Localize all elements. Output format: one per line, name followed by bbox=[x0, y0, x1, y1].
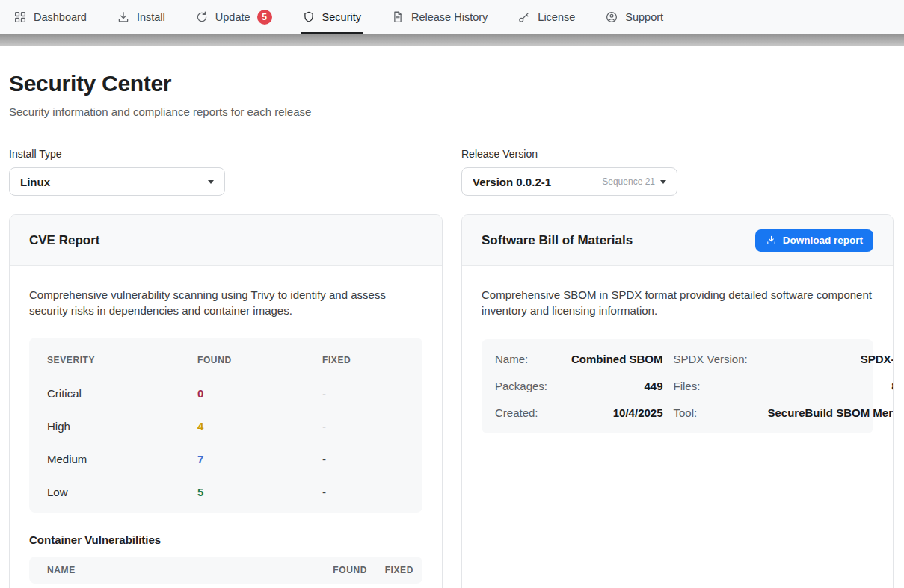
nav-item-dashboard[interactable]: Dashboard bbox=[13, 0, 87, 34]
scroll-shadow-band bbox=[0, 34, 904, 46]
nav-item-update[interactable]: Update 5 bbox=[195, 0, 272, 34]
download-report-button[interactable]: Download report bbox=[755, 229, 873, 252]
sbom-info-label: Files: bbox=[674, 373, 757, 400]
page-subtitle: Security information and compliance repo… bbox=[9, 105, 894, 118]
update-count-badge: 5 bbox=[257, 10, 272, 25]
fixed-count: - bbox=[322, 486, 405, 498]
nav-label: Release History bbox=[411, 11, 488, 23]
sbom-info-label: SPDX Version: bbox=[674, 346, 757, 373]
download-icon bbox=[117, 10, 130, 24]
nav-label: Support bbox=[625, 11, 663, 23]
shield-icon bbox=[302, 10, 316, 24]
release-version-value: Version 0.0.2-1 bbox=[473, 176, 551, 188]
fixed-count: - bbox=[322, 453, 405, 465]
found-count: 7 bbox=[197, 453, 322, 465]
nav-label: Install bbox=[137, 11, 165, 23]
dashboard-grid-icon bbox=[13, 10, 27, 24]
nav-item-install[interactable]: Install bbox=[117, 0, 165, 34]
severity-label: Medium bbox=[47, 453, 197, 465]
nav-label: Security bbox=[322, 11, 361, 23]
nav-label: License bbox=[538, 11, 575, 23]
severity-col-header: Severity bbox=[47, 355, 197, 365]
sbom-info-value: Combined SBOM bbox=[571, 346, 663, 373]
sbom-info-label: Created: bbox=[495, 400, 561, 427]
table-row: Low 5 - bbox=[29, 475, 422, 508]
name-col-header: Name bbox=[47, 565, 300, 575]
fixed-count: - bbox=[322, 420, 405, 433]
sbom-card: Software Bill of Materials Download repo… bbox=[461, 214, 894, 588]
table-row: Medium 7 - bbox=[29, 442, 422, 475]
nav-item-security[interactable]: Security bbox=[302, 0, 361, 34]
table-row: Critical 0 - bbox=[29, 377, 422, 409]
top-navbar: Dashboard Install Update 5 Security Rele… bbox=[0, 0, 904, 34]
found-count: 4 bbox=[197, 420, 322, 433]
page-title: Security Center bbox=[9, 71, 894, 96]
support-icon bbox=[605, 10, 618, 24]
chevron-down-icon bbox=[208, 180, 214, 184]
sbom-info-label: Packages: bbox=[495, 373, 561, 400]
nav-label: Update bbox=[215, 11, 250, 23]
fixed-count: - bbox=[322, 387, 405, 400]
sequence-hint: Sequence 21 bbox=[602, 176, 655, 187]
sbom-info-value: SecureBuild SBOM Merger bbox=[768, 400, 894, 427]
download-report-label: Download report bbox=[783, 235, 863, 246]
found-count: 0 bbox=[197, 387, 322, 400]
found-count: 5 bbox=[197, 486, 322, 498]
sbom-description: Comprehensive SBOM in SPDX format provid… bbox=[482, 287, 873, 318]
document-icon bbox=[391, 10, 405, 24]
sbom-info-label: Tool: bbox=[674, 400, 757, 427]
container-vulnerabilities-title: Container Vulnerabilities bbox=[29, 533, 422, 546]
nav-item-release-history[interactable]: Release History bbox=[391, 0, 488, 34]
severity-table-header: Severity Found Fixed bbox=[29, 338, 422, 377]
sbom-info-value: 10/4/2025 bbox=[571, 400, 663, 427]
found-col-header: Found bbox=[300, 565, 367, 575]
sbom-info-grid: Name: Combined SBOM SPDX Version: SPDX-2… bbox=[482, 339, 873, 433]
chevron-down-icon bbox=[660, 180, 666, 184]
release-version-label: Release Version bbox=[461, 148, 894, 160]
fixed-col-header: Fixed bbox=[367, 565, 413, 575]
cve-report-description: Comprehensive vulnerability scanning usi… bbox=[29, 287, 422, 318]
release-version-select[interactable]: Version 0.0.2-1 Sequence 21 bbox=[461, 167, 677, 196]
container-vulnerabilities-header: Name Found Fixed bbox=[29, 557, 422, 584]
install-type-select[interactable]: Linux bbox=[9, 167, 225, 196]
sbom-info-value: 449 bbox=[571, 373, 663, 400]
severity-label: High bbox=[47, 420, 197, 433]
sbom-info-value: SPDX-2.3 bbox=[768, 346, 894, 373]
severity-table: Severity Found Fixed Critical 0 - High 4… bbox=[29, 338, 422, 513]
filters-row: Install Type Linux Release Version Versi… bbox=[9, 148, 894, 196]
key-icon bbox=[517, 10, 531, 24]
sbom-title: Software Bill of Materials bbox=[482, 233, 633, 248]
download-icon bbox=[766, 235, 777, 246]
severity-label: Critical bbox=[47, 387, 197, 400]
table-row: High 4 - bbox=[29, 409, 422, 442]
fixed-col-header: Fixed bbox=[322, 355, 405, 365]
nav-label: Dashboard bbox=[34, 11, 87, 23]
cve-report-title: CVE Report bbox=[29, 233, 99, 248]
cve-report-card: CVE Report Comprehensive vulnerability s… bbox=[9, 214, 443, 588]
sbom-info-label: Name: bbox=[495, 346, 561, 373]
install-type-label: Install Type bbox=[9, 148, 443, 160]
nav-item-license[interactable]: License bbox=[517, 0, 575, 34]
nav-item-support[interactable]: Support bbox=[605, 0, 663, 34]
severity-label: Low bbox=[47, 486, 197, 498]
refresh-icon bbox=[195, 10, 209, 24]
found-col-header: Found bbox=[197, 355, 322, 365]
install-type-value: Linux bbox=[20, 176, 50, 188]
sbom-info-value: 870 bbox=[768, 373, 894, 400]
